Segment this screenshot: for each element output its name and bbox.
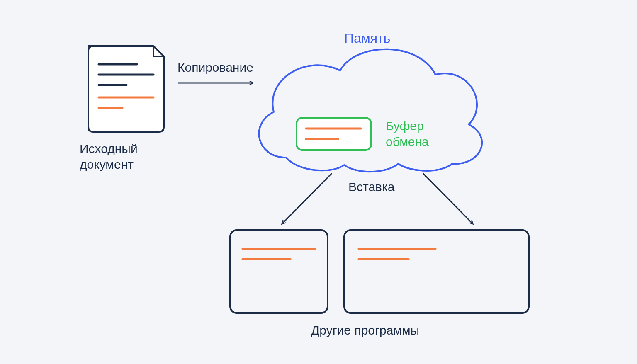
svg-rect-5 bbox=[297, 118, 371, 150]
arrow-paste-right bbox=[423, 173, 473, 224]
svg-rect-11 bbox=[344, 230, 529, 313]
label-copy: Копирование bbox=[177, 60, 253, 75]
svg-rect-8 bbox=[230, 230, 328, 313]
program-window-1 bbox=[230, 230, 328, 313]
label-clipboard: Буфер обмена bbox=[386, 118, 429, 149]
memory-cloud-icon bbox=[259, 49, 482, 172]
label-source-document: Исходный документ bbox=[80, 141, 138, 172]
diagram-stage: Исходный документ Копирование Память Буф… bbox=[0, 0, 637, 364]
source-document-icon bbox=[88, 46, 164, 132]
arrow-paste-left bbox=[282, 173, 332, 224]
clipboard-card-icon bbox=[297, 118, 371, 150]
label-paste: Вставка bbox=[348, 179, 395, 195]
diagram-svg bbox=[0, 0, 637, 364]
label-memory: Память bbox=[344, 30, 390, 46]
program-window-2 bbox=[344, 230, 529, 313]
label-other-programs: Другие программы bbox=[311, 323, 419, 338]
